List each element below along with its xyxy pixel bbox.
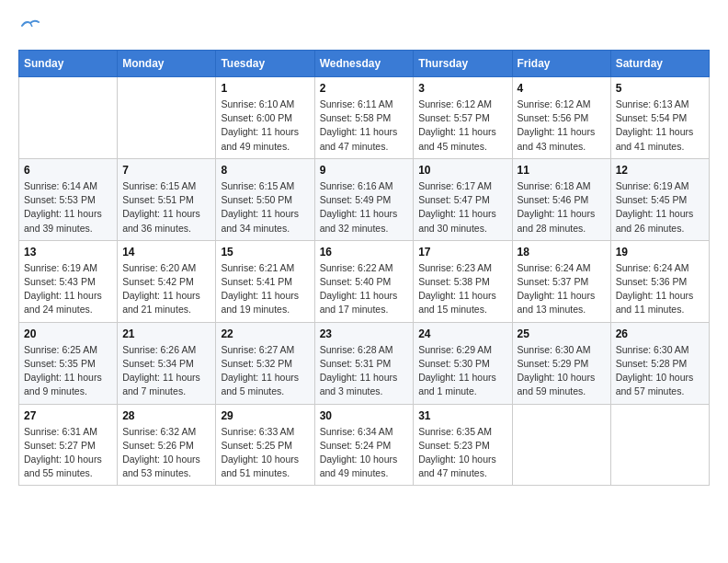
calendar-cell: 9Sunrise: 6:16 AMSunset: 5:49 PMDaylight… bbox=[314, 158, 414, 240]
day-number: 7 bbox=[122, 164, 210, 177]
calendar-cell: 14Sunrise: 6:20 AMSunset: 5:42 PMDayligh… bbox=[118, 240, 216, 322]
day-number: 10 bbox=[418, 164, 506, 177]
day-number: 4 bbox=[518, 82, 606, 95]
day-number: 6 bbox=[24, 164, 112, 177]
calendar-cell bbox=[118, 77, 216, 159]
day-info: Sunrise: 6:30 AMSunset: 5:29 PMDaylight:… bbox=[518, 343, 606, 399]
calendar-week-4: 20Sunrise: 6:25 AMSunset: 5:35 PMDayligh… bbox=[19, 322, 710, 404]
day-info: Sunrise: 6:12 AMSunset: 5:57 PMDaylight:… bbox=[418, 98, 506, 154]
day-number: 12 bbox=[616, 164, 704, 177]
weekday-friday: Friday bbox=[512, 51, 610, 77]
calendar-cell: 21Sunrise: 6:26 AMSunset: 5:34 PMDayligh… bbox=[118, 322, 216, 404]
day-number: 25 bbox=[518, 327, 606, 340]
day-info: Sunrise: 6:35 AMSunset: 5:23 PMDaylight:… bbox=[418, 425, 506, 481]
calendar-table: SundayMondayTuesdayWednesdayThursdayFrid… bbox=[18, 50, 710, 486]
calendar-week-2: 6Sunrise: 6:14 AMSunset: 5:53 PMDaylight… bbox=[19, 158, 710, 240]
day-number: 26 bbox=[616, 327, 704, 340]
calendar-cell: 26Sunrise: 6:30 AMSunset: 5:28 PMDayligh… bbox=[610, 322, 709, 404]
day-info: Sunrise: 6:31 AMSunset: 5:27 PMDaylight:… bbox=[24, 425, 112, 481]
calendar-cell: 3Sunrise: 6:12 AMSunset: 5:57 PMDaylight… bbox=[414, 77, 512, 159]
calendar-body: 1Sunrise: 6:10 AMSunset: 6:00 PMDaylight… bbox=[19, 77, 710, 486]
day-info: Sunrise: 6:16 AMSunset: 5:49 PMDaylight:… bbox=[320, 179, 409, 236]
calendar-week-1: 1Sunrise: 6:10 AMSunset: 6:00 PMDaylight… bbox=[19, 77, 710, 159]
day-number: 29 bbox=[221, 409, 309, 422]
calendar-week-3: 13Sunrise: 6:19 AMSunset: 5:43 PMDayligh… bbox=[19, 240, 710, 322]
day-info: Sunrise: 6:28 AMSunset: 5:31 PMDaylight:… bbox=[320, 343, 409, 399]
day-info: Sunrise: 6:15 AMSunset: 5:50 PMDaylight:… bbox=[221, 179, 309, 236]
day-number: 5 bbox=[616, 82, 704, 95]
calendar-cell: 18Sunrise: 6:24 AMSunset: 5:37 PMDayligh… bbox=[512, 240, 610, 322]
day-number: 27 bbox=[24, 409, 112, 422]
calendar-cell bbox=[19, 77, 118, 159]
day-number: 9 bbox=[320, 164, 409, 177]
calendar-cell: 29Sunrise: 6:33 AMSunset: 5:25 PMDayligh… bbox=[216, 404, 314, 486]
calendar-cell: 19Sunrise: 6:24 AMSunset: 5:36 PMDayligh… bbox=[610, 240, 709, 322]
day-number: 19 bbox=[616, 246, 704, 259]
calendar-cell: 25Sunrise: 6:30 AMSunset: 5:29 PMDayligh… bbox=[512, 322, 610, 404]
day-info: Sunrise: 6:12 AMSunset: 5:56 PMDaylight:… bbox=[518, 98, 606, 154]
weekday-header-row: SundayMondayTuesdayWednesdayThursdayFrid… bbox=[19, 51, 710, 77]
calendar-cell: 20Sunrise: 6:25 AMSunset: 5:35 PMDayligh… bbox=[19, 322, 118, 404]
day-number: 16 bbox=[320, 246, 409, 259]
weekday-saturday: Saturday bbox=[610, 51, 709, 77]
calendar-cell: 5Sunrise: 6:13 AMSunset: 5:54 PMDaylight… bbox=[610, 77, 709, 159]
day-info: Sunrise: 6:21 AMSunset: 5:41 PMDaylight:… bbox=[221, 261, 309, 317]
day-info: Sunrise: 6:18 AMSunset: 5:46 PMDaylight:… bbox=[518, 179, 606, 236]
calendar-cell: 16Sunrise: 6:22 AMSunset: 5:40 PMDayligh… bbox=[314, 240, 414, 322]
calendar-week-5: 27Sunrise: 6:31 AMSunset: 5:27 PMDayligh… bbox=[19, 404, 710, 486]
day-info: Sunrise: 6:34 AMSunset: 5:24 PMDaylight:… bbox=[320, 425, 409, 481]
day-info: Sunrise: 6:19 AMSunset: 5:43 PMDaylight:… bbox=[24, 261, 112, 317]
day-number: 1 bbox=[221, 82, 309, 95]
calendar-cell bbox=[610, 404, 709, 486]
day-number: 22 bbox=[221, 327, 309, 340]
day-info: Sunrise: 6:13 AMSunset: 5:54 PMDaylight:… bbox=[616, 98, 704, 154]
calendar-cell: 27Sunrise: 6:31 AMSunset: 5:27 PMDayligh… bbox=[19, 404, 118, 486]
calendar-cell: 2Sunrise: 6:11 AMSunset: 5:58 PMDaylight… bbox=[314, 77, 414, 159]
weekday-tuesday: Tuesday bbox=[216, 51, 314, 77]
day-info: Sunrise: 6:15 AMSunset: 5:51 PMDaylight:… bbox=[122, 179, 210, 236]
day-number: 28 bbox=[122, 409, 210, 422]
day-number: 15 bbox=[221, 246, 309, 259]
calendar-cell: 12Sunrise: 6:19 AMSunset: 5:45 PMDayligh… bbox=[610, 158, 709, 240]
weekday-monday: Monday bbox=[118, 51, 216, 77]
calendar-cell: 11Sunrise: 6:18 AMSunset: 5:46 PMDayligh… bbox=[512, 158, 610, 240]
day-info: Sunrise: 6:11 AMSunset: 5:58 PMDaylight:… bbox=[320, 98, 409, 154]
calendar-cell: 28Sunrise: 6:32 AMSunset: 5:26 PMDayligh… bbox=[118, 404, 216, 486]
day-number: 20 bbox=[24, 327, 112, 340]
calendar-cell: 17Sunrise: 6:23 AMSunset: 5:38 PMDayligh… bbox=[414, 240, 512, 322]
calendar-cell: 8Sunrise: 6:15 AMSunset: 5:50 PMDaylight… bbox=[216, 158, 314, 240]
day-info: Sunrise: 6:22 AMSunset: 5:40 PMDaylight:… bbox=[320, 261, 409, 317]
day-number: 17 bbox=[418, 246, 506, 259]
day-number: 23 bbox=[320, 327, 409, 340]
day-number: 3 bbox=[418, 82, 506, 95]
day-number: 14 bbox=[122, 246, 210, 259]
calendar-cell bbox=[512, 404, 610, 486]
calendar-cell: 10Sunrise: 6:17 AMSunset: 5:47 PMDayligh… bbox=[414, 158, 512, 240]
calendar-cell: 15Sunrise: 6:21 AMSunset: 5:41 PMDayligh… bbox=[216, 240, 314, 322]
day-info: Sunrise: 6:30 AMSunset: 5:28 PMDaylight:… bbox=[616, 343, 704, 399]
calendar-cell: 1Sunrise: 6:10 AMSunset: 6:00 PMDaylight… bbox=[216, 77, 314, 159]
page-header bbox=[18, 18, 710, 40]
day-info: Sunrise: 6:27 AMSunset: 5:32 PMDaylight:… bbox=[221, 343, 309, 399]
calendar-cell: 22Sunrise: 6:27 AMSunset: 5:32 PMDayligh… bbox=[216, 322, 314, 404]
day-info: Sunrise: 6:24 AMSunset: 5:36 PMDaylight:… bbox=[616, 261, 704, 317]
logo-bird-icon bbox=[20, 18, 40, 33]
day-number: 30 bbox=[320, 409, 409, 422]
logo bbox=[18, 18, 40, 40]
day-number: 2 bbox=[320, 82, 409, 95]
day-number: 13 bbox=[24, 246, 112, 259]
day-info: Sunrise: 6:23 AMSunset: 5:38 PMDaylight:… bbox=[418, 261, 506, 317]
weekday-sunday: Sunday bbox=[19, 51, 118, 77]
calendar-cell: 4Sunrise: 6:12 AMSunset: 5:56 PMDaylight… bbox=[512, 77, 610, 159]
calendar-cell: 24Sunrise: 6:29 AMSunset: 5:30 PMDayligh… bbox=[414, 322, 512, 404]
day-info: Sunrise: 6:20 AMSunset: 5:42 PMDaylight:… bbox=[122, 261, 210, 317]
calendar-cell: 30Sunrise: 6:34 AMSunset: 5:24 PMDayligh… bbox=[314, 404, 414, 486]
day-info: Sunrise: 6:10 AMSunset: 6:00 PMDaylight:… bbox=[221, 98, 309, 154]
day-number: 11 bbox=[518, 164, 606, 177]
day-info: Sunrise: 6:19 AMSunset: 5:45 PMDaylight:… bbox=[616, 179, 704, 236]
calendar-cell: 7Sunrise: 6:15 AMSunset: 5:51 PMDaylight… bbox=[118, 158, 216, 240]
calendar-cell: 31Sunrise: 6:35 AMSunset: 5:23 PMDayligh… bbox=[414, 404, 512, 486]
day-number: 31 bbox=[418, 409, 506, 422]
weekday-thursday: Thursday bbox=[414, 51, 512, 77]
day-number: 21 bbox=[122, 327, 210, 340]
